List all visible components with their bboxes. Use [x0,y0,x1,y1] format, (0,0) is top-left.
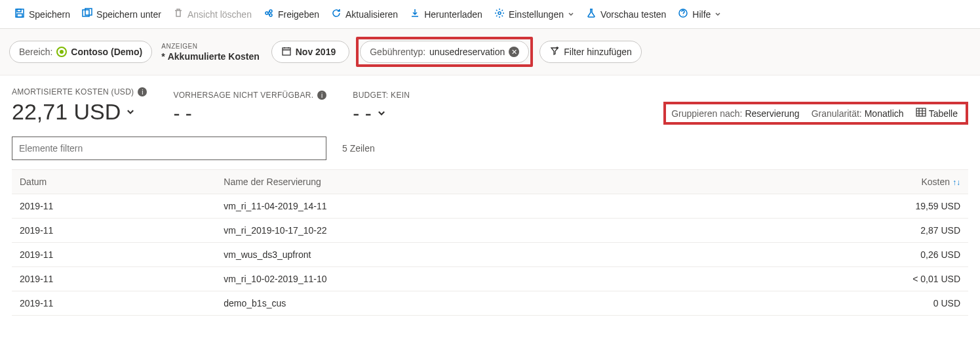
help-button[interactable]: Hilfe [673,5,726,23]
test-preview-label: Vorschau testen [600,9,666,20]
budget-stat: BUDGET: KEIN - - [353,91,410,125]
info-icon[interactable]: i [317,91,326,100]
col-cost[interactable]: Kosten↑↓ [706,170,968,194]
date-pill[interactable]: Nov 2019 [271,41,349,63]
share-label: Freigeben [278,9,319,20]
granularity-value: Monatlich [865,108,904,119]
download-icon [410,8,420,20]
group-by-value: Reservierung [745,108,799,119]
svg-rect-1 [17,9,21,12]
cell-name: vm_ri_10-02-2019_11-10 [216,267,706,291]
forecast-value: - - [173,102,191,125]
amortized-value-dropdown[interactable]: 22,71 USD [12,99,147,125]
download-button[interactable]: Herunterladen [404,5,488,23]
help-label: Hilfe [692,9,711,20]
row-count-label: 5 Zeilen [342,143,375,154]
cell-date: 2019-11 [12,194,216,219]
chevron-down-icon [377,109,386,118]
filter-highlight: Gebührentyp: unusedreservation ✕ [356,37,533,67]
chevron-down-icon [126,108,135,117]
view-dirty-marker: * [161,51,165,62]
trash-icon [173,8,184,20]
sort-icon: ↑↓ [952,178,960,187]
view-tiny-label: ANZEIGEN [161,43,262,50]
share-icon [264,8,274,20]
group-by-control[interactable]: Gruppieren nach: Reservierung [671,108,802,119]
settings-button[interactable]: Einstellungen [489,5,579,23]
table-icon [916,107,926,119]
svg-rect-11 [916,108,926,116]
view-type-value: Tabelle [929,108,958,119]
stats-row: AMORTISIERTE KOSTEN (USD) i 22,71 USD VO… [0,75,980,130]
charge-type-filter-pill[interactable]: Gebührentyp: unusedreservation ✕ [360,41,529,63]
filter-items-input[interactable] [12,137,326,160]
table-row[interactable]: 2019-11demo_b1s_cus0 USD [12,291,968,316]
gear-icon [494,8,505,20]
budget-value: - - [353,102,371,125]
budget-label: BUDGET: KEIN [353,91,410,100]
share-button[interactable]: Freigeben [258,5,324,23]
add-filter-pill[interactable]: Filter hinzufügen [539,41,642,63]
save-as-icon [82,8,92,20]
table-row[interactable]: 2019-11vm_ri_2019-10-17_10-222,87 USD [12,219,968,243]
scope-label: Bereich: [19,47,52,57]
view-selector[interactable]: ANZEIGEN * Akkumulierte Kosten [159,43,265,62]
cell-cost: 2,87 USD [706,219,968,243]
date-value: Nov 2019 [296,47,336,57]
test-preview-button[interactable]: Vorschau testen [581,5,671,23]
refresh-button[interactable]: Aktualisieren [326,5,403,23]
cell-name: vm_wus_ds3_upfront [216,243,706,267]
cell-cost: 0,26 USD [706,243,968,267]
delete-view-label: Ansicht löschen [187,9,252,20]
svg-point-8 [498,12,501,14]
granularity-label: Granularität: [812,108,862,119]
flask-icon [586,8,597,20]
add-filter-label: Filter hinzufügen [564,47,632,57]
save-as-label: Speichern unter [96,9,161,20]
save-icon [14,8,25,20]
refresh-label: Aktualisieren [345,9,398,20]
view-value: Akkumulierte Kosten [168,51,260,62]
add-filter-icon [549,46,560,58]
calendar-icon [281,46,292,58]
pill-bar: Bereich: Contoso (Demo) ANZEIGEN * Akkum… [0,29,980,75]
table-row[interactable]: 2019-11vm_ri_11-04-2019_14-1119,59 USD [12,194,968,219]
cell-date: 2019-11 [12,267,216,291]
scope-badge-icon [56,47,67,57]
col-reservation-name[interactable]: Name der Reservierung [216,170,706,194]
cell-cost: 0 USD [706,291,968,316]
cell-date: 2019-11 [12,243,216,267]
view-type-control[interactable]: Tabelle [916,107,960,119]
settings-label: Einstellungen [509,9,564,20]
col-date[interactable]: Datum [12,170,216,194]
scope-pill[interactable]: Bereich: Contoso (Demo) [9,41,152,63]
cell-cost: < 0,01 USD [706,267,968,291]
save-button[interactable]: Speichern [9,5,75,23]
info-icon[interactable]: i [138,87,147,96]
svg-rect-10 [283,48,290,55]
chevron-down-icon [715,11,721,18]
amortized-cost-stat: AMORTISIERTE KOSTEN (USD) i 22,71 USD [12,87,147,125]
cost-table: Datum Name der Reservierung Kosten↑↓ 201… [12,169,968,316]
cell-name: vm_ri_2019-10-17_10-22 [216,219,706,243]
download-label: Herunterladen [424,9,482,20]
filter-label: Gebührentyp: [370,47,425,57]
scope-value: Contoso (Demo) [71,47,142,57]
cell-cost: 19,59 USD [706,194,968,219]
table-row[interactable]: 2019-11vm_ri_10-02-2019_11-10< 0,01 USD [12,267,968,291]
table-row[interactable]: 2019-11vm_wus_ds3_upfront0,26 USD [12,243,968,267]
svg-rect-2 [17,14,22,17]
save-as-button[interactable]: Speichern unter [77,5,167,23]
remove-filter-icon[interactable]: ✕ [509,47,519,57]
granularity-control[interactable]: Granularität: Monatlich [812,108,907,119]
help-icon [678,8,688,20]
delete-view-button: Ansicht löschen [168,5,257,23]
cell-date: 2019-11 [12,219,216,243]
amortized-value: 22,71 USD [12,99,121,125]
budget-value-dropdown[interactable]: - - [353,102,410,125]
refresh-icon [331,8,342,20]
forecast-stat: VORHERSAGE NICHT VERFÜGBAR. i - - [173,91,326,125]
save-label: Speichern [29,9,70,20]
filter-value: unusedreservation [429,47,505,57]
chevron-down-icon [568,11,574,18]
